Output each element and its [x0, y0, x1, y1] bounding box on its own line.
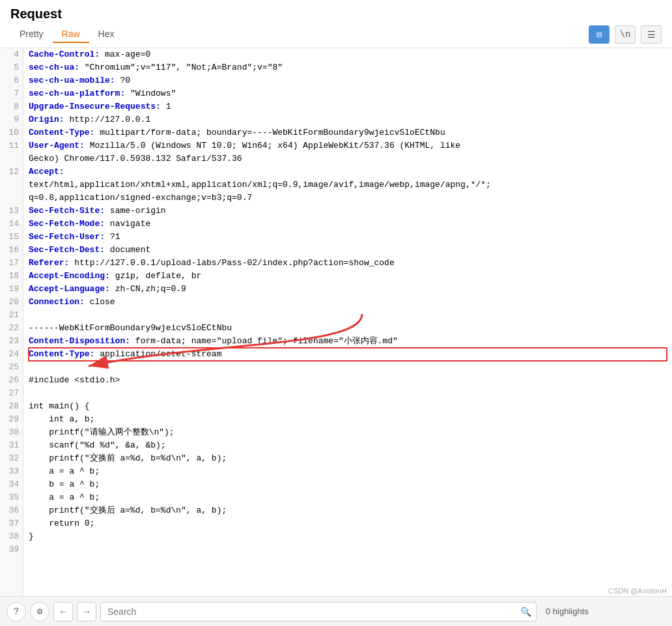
tab-hex[interactable]: Hex [89, 26, 124, 43]
line-number [0, 192, 23, 205]
line-number [0, 178, 23, 192]
menu-icon-btn[interactable]: ☰ [641, 25, 662, 44]
search-input[interactable] [100, 602, 537, 621]
line-number: 33 [0, 465, 23, 478]
code-line: Origin: http://127.0.0.1 [29, 113, 667, 126]
highlights-label: 0 highlights [546, 606, 589, 616]
format-icon: ⊟ [596, 29, 602, 40]
line-number: 37 [0, 517, 23, 530]
line-number: 9 [0, 113, 23, 126]
newline-icon: \n [620, 29, 631, 40]
forward-button[interactable]: → [77, 602, 96, 621]
code-line: text/html,application/xhtml+xml,applicat… [29, 178, 667, 192]
menu-icon: ☰ [647, 29, 656, 40]
code-line [29, 387, 667, 400]
line-number: 23 [0, 335, 23, 348]
line-number: 24 [0, 348, 23, 361]
line-number: 32 [0, 452, 23, 465]
gear-icon: ⚙ [37, 606, 42, 617]
back-button[interactable]: ← [53, 602, 73, 621]
code-line: sec-ch-ua-mobile: ?0 [29, 74, 667, 87]
line-number: 35 [0, 491, 23, 504]
tabs-left: Pretty Raw Hex [10, 26, 124, 43]
code-line: scanf("%d %d", &a, &b); [29, 439, 667, 452]
line-number: 16 [0, 244, 23, 257]
code-area: 4567891011121314151617181920212223242526… [0, 48, 672, 599]
newline-icon-btn[interactable]: \n [615, 25, 636, 44]
code-line: int main() { [29, 400, 667, 413]
code-line [29, 309, 667, 322]
settings-button[interactable]: ⚙ [30, 602, 49, 621]
tabs-bar: Pretty Raw Hex ⊟ \n ☰ [10, 25, 662, 44]
code-line: #include <stdio.h> [29, 374, 667, 387]
search-icon: 🔍 [520, 606, 531, 617]
line-number: 30 [0, 426, 23, 439]
code-content: Cache-Control: max-age=0sec-ch-ua: "Chro… [23, 48, 672, 599]
code-line: ------WebKitFormBoundary9wjeicvSloECtNbu [29, 322, 667, 335]
line-number: 14 [0, 218, 23, 231]
tab-pretty[interactable]: Pretty [10, 26, 53, 43]
line-number: 27 [0, 387, 23, 400]
page-title: Request [10, 7, 662, 21]
line-numbers: 4567891011121314151617181920212223242526… [0, 48, 23, 599]
line-number: 7 [0, 87, 23, 100]
line-number: 5 [0, 61, 23, 74]
code-line: User-Agent: Mozilla/5.0 (Windows NT 10.0… [29, 139, 667, 152]
header: Request Pretty Raw Hex ⊟ \n ☰ [0, 0, 672, 48]
code-line: a = a ^ b; [29, 491, 667, 504]
search-wrap: 🔍 [100, 602, 537, 621]
line-number: 15 [0, 231, 23, 244]
line-number: 4 [0, 48, 23, 61]
line-number: 19 [0, 283, 23, 296]
line-number: 6 [0, 74, 23, 87]
line-number [0, 152, 23, 165]
line-number: 29 [0, 413, 23, 426]
code-line: Sec-Fetch-User: ?1 [29, 231, 667, 244]
code-line: Cache-Control: max-age=0 [29, 48, 667, 61]
forward-icon: → [84, 606, 89, 617]
code-line: Content-Disposition: form-data; name="up… [29, 335, 667, 348]
line-number: 36 [0, 504, 23, 517]
code-line: sec-ch-ua: "Chromium";v="117", "Not;A=Br… [29, 61, 667, 74]
code-line: Content-Type: application/octet-stream [29, 348, 667, 361]
line-number: 38 [0, 530, 23, 543]
code-line: Sec-Fetch-Mode: navigate [29, 218, 667, 231]
code-line: Connection: close [29, 296, 667, 309]
code-line: q=0.8,application/signed-exchange;v=b3;q… [29, 192, 667, 205]
help-icon: ? [14, 606, 19, 617]
line-number: 39 [0, 543, 23, 556]
line-number: 12 [0, 165, 23, 178]
line-number: 11 [0, 139, 23, 152]
code-line: b = a ^ b; [29, 478, 667, 491]
format-icon-btn[interactable]: ⊟ [589, 25, 609, 44]
code-line: Sec-Fetch-Site: same-origin [29, 205, 667, 218]
line-number: 25 [0, 361, 23, 374]
line-number: 34 [0, 478, 23, 491]
code-line: Upgrade-Insecure-Requests: 1 [29, 100, 667, 113]
line-number: 26 [0, 374, 23, 387]
watermark: CSDN @AnistonH [608, 587, 667, 595]
code-line: int a, b; [29, 413, 667, 426]
code-line [29, 543, 667, 556]
code-line: sec-ch-ua-platform: "Windows" [29, 87, 667, 100]
code-line: a = a ^ b; [29, 465, 667, 478]
code-line: Gecko) Chrome/117.0.5938.132 Safari/537.… [29, 152, 667, 165]
line-number: 10 [0, 126, 23, 139]
code-line: Referer: http://127.0.0.1/upload-labs/Pa… [29, 257, 667, 270]
line-number: 13 [0, 205, 23, 218]
help-button[interactable]: ? [7, 602, 26, 621]
line-number: 28 [0, 400, 23, 413]
code-line: printf("请输入两个整数\n"); [29, 426, 667, 439]
line-number: 17 [0, 257, 23, 270]
line-number: 20 [0, 296, 23, 309]
line-number: 22 [0, 322, 23, 335]
code-line: Accept: [29, 165, 667, 178]
line-number: 21 [0, 309, 23, 322]
code-line: Sec-Fetch-Dest: document [29, 244, 667, 257]
code-line: Content-Type: multipart/form-data; bound… [29, 126, 667, 139]
code-line: } [29, 530, 667, 543]
tabs-right: ⊟ \n ☰ [589, 25, 662, 44]
tab-raw[interactable]: Raw [53, 26, 89, 43]
code-line: return 0; [29, 517, 667, 530]
line-number: 18 [0, 270, 23, 283]
